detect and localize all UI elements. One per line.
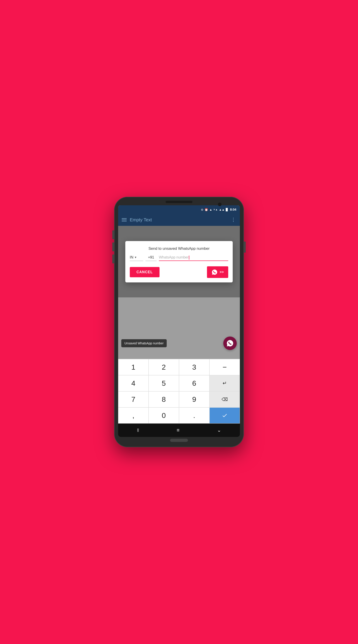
- key-5[interactable]: 5: [149, 375, 179, 391]
- phone-container: ⊖ ⏰ ▲ ✕▲ ▲▲ ▉ 8:04 Empty Text ⋮ Send to …: [114, 197, 244, 447]
- phone-camera: [218, 202, 221, 206]
- dialog-buttons-row: CANCEL >>: [130, 266, 228, 278]
- phone-number-input[interactable]: WhatsApp number: [159, 255, 228, 261]
- keyboard-grid: 1 2 3 − 4 5 6 ↵ 7 8 9 ⌫ , 0 .: [118, 359, 240, 424]
- dialog-title: Send to unsaved WhatsApp number: [130, 246, 228, 251]
- signal-x-icon: ✕▲: [213, 208, 218, 211]
- country-selector[interactable]: IN ▼: [130, 255, 143, 261]
- dialog-input-row: IN ▼ +91 WhatsApp number: [130, 255, 228, 261]
- dropdown-arrow-icon: ▼: [134, 256, 137, 259]
- phone-input-placeholder: WhatsApp number: [159, 255, 189, 259]
- phone-prefix: +91: [145, 255, 157, 261]
- key-0[interactable]: 0: [149, 408, 179, 424]
- dialog-overlay: Send to unsaved WhatsApp number IN ▼ +91…: [118, 226, 240, 298]
- country-code-label: IN: [130, 255, 133, 260]
- nav-recents-icon[interactable]: ⌄: [217, 427, 221, 433]
- unsaved-tooltip: Unsaved WhatsApp number: [121, 339, 167, 347]
- nav-home-icon[interactable]: ≡: [177, 427, 180, 433]
- unsaved-number-dialog: Send to unsaved WhatsApp number IN ▼ +91…: [125, 241, 233, 282]
- phone-speaker: [166, 201, 192, 203]
- key-4[interactable]: 4: [118, 375, 149, 391]
- cancel-button[interactable]: CANCEL: [130, 267, 160, 277]
- nav-back-icon[interactable]: ⫴: [137, 427, 139, 433]
- time-display: 8:04: [230, 208, 236, 211]
- key-6[interactable]: 6: [179, 375, 209, 391]
- battery-icon: ▉: [226, 208, 228, 211]
- keyboard: 1 2 3 − 4 5 6 ↵ 7 8 9 ⌫ , 0 .: [118, 359, 240, 424]
- key-7[interactable]: 7: [118, 391, 149, 408]
- key-dash[interactable]: −: [209, 359, 240, 375]
- page-title: Empty Text: [130, 217, 228, 222]
- menu-button[interactable]: [122, 218, 127, 222]
- cursor: [189, 256, 189, 260]
- more-options-button[interactable]: ⋮: [231, 217, 236, 223]
- key-3[interactable]: 3: [179, 359, 209, 375]
- fab-whatsapp-icon: [226, 340, 234, 347]
- key-confirm[interactable]: [209, 408, 240, 424]
- phone-screen: ⊖ ⏰ ▲ ✕▲ ▲▲ ▉ 8:04 Empty Text ⋮ Send to …: [118, 205, 240, 437]
- screen-content: Send to unsaved WhatsApp number IN ▼ +91…: [118, 226, 240, 359]
- alarm-icon: ⏰: [204, 208, 208, 211]
- tooltip-area: Unsaved WhatsApp number: [118, 336, 240, 350]
- signal-icon: ▲▲: [219, 208, 225, 211]
- key-backspace[interactable]: ⌫: [209, 391, 240, 408]
- key-1[interactable]: 1: [118, 359, 149, 375]
- app-toolbar: Empty Text ⋮: [118, 214, 240, 226]
- fab-whatsapp-button[interactable]: [223, 336, 237, 350]
- key-2[interactable]: 2: [149, 359, 179, 375]
- checkmark-icon: [222, 412, 228, 418]
- wifi-icon: ▲: [209, 208, 212, 211]
- send-whatsapp-button[interactable]: >>: [207, 266, 228, 278]
- send-arrows: >>: [219, 270, 224, 274]
- nav-bar: ⫴ ≡ ⌄: [118, 424, 240, 437]
- status-bar: ⊖ ⏰ ▲ ✕▲ ▲▲ ▉ 8:04: [118, 205, 240, 214]
- key-return[interactable]: ↵: [209, 375, 240, 391]
- key-9[interactable]: 9: [179, 391, 209, 408]
- key-period[interactable]: .: [179, 408, 209, 424]
- key-8[interactable]: 8: [149, 391, 179, 408]
- phone-home-button[interactable]: [170, 439, 188, 442]
- whatsapp-send-icon: [211, 269, 218, 275]
- key-comma[interactable]: ,: [118, 408, 149, 424]
- do-not-disturb-icon: ⊖: [201, 208, 203, 211]
